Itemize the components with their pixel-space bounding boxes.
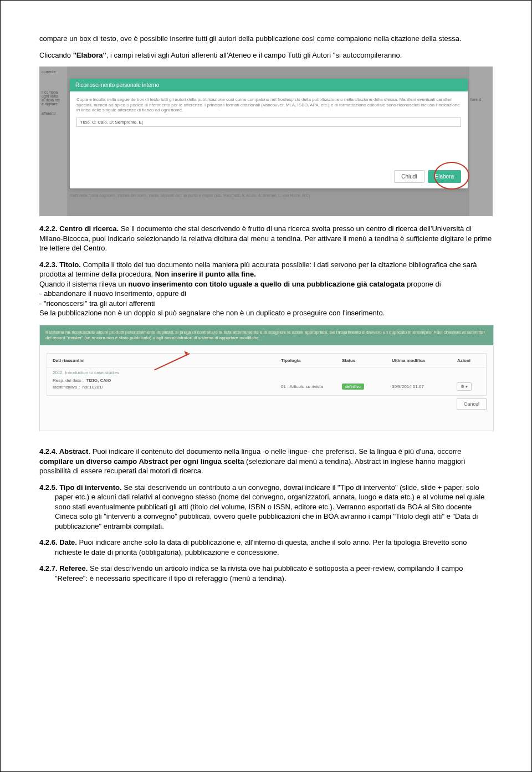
section-424: 4.2.4. Abstract. Puoi indicare il conten… bbox=[39, 447, 493, 476]
modal-title: Riconoscimento personale interno bbox=[70, 79, 468, 91]
highlight-circle bbox=[434, 162, 469, 190]
th-azioni: Azioni bbox=[442, 354, 486, 367]
screenshot-duplicates: Il sistema ha riconosciuto alcuni prodot… bbox=[39, 325, 494, 431]
text: , i campi relativi agli Autori afferenti… bbox=[106, 51, 402, 59]
record-title[interactable]: 2012. Introduction to case-studies bbox=[47, 368, 486, 377]
list-item-1: - abbandonare il nuovo inserimento, oppu… bbox=[39, 289, 493, 299]
bg-label: ogni volta bbox=[42, 94, 67, 98]
page: compare un box di testo, ove è possibile… bbox=[0, 0, 532, 772]
heading-422: 4.2.2. Centro di ricerca. bbox=[39, 224, 119, 233]
id-value: hdl:10281/ bbox=[82, 385, 103, 390]
section-423-p1: 4.2.3. Titolo. Compila il titolo del tuo… bbox=[39, 260, 493, 279]
th-status: Status bbox=[336, 354, 386, 367]
close-button[interactable]: Chiudi bbox=[394, 170, 424, 183]
cell-azioni: ⚙ ▾ bbox=[442, 378, 486, 395]
heading-423: 4.2.3. Titolo. bbox=[39, 260, 81, 269]
heading-427: 4.2.7. Referee. bbox=[39, 564, 88, 572]
heading-426: 4.2.6. Date. bbox=[39, 538, 77, 546]
resp-label: Resp. del dato : bbox=[53, 378, 84, 383]
gear-icon: ⚙ bbox=[461, 384, 464, 389]
heading-424: 4.2.4. Abstract bbox=[39, 447, 88, 456]
section-422: 4.2.2. Centro di ricerca. Se il document… bbox=[39, 224, 493, 253]
duplicates-table: Dati riassuntivi Tipologia Status Ultima… bbox=[47, 353, 487, 396]
cell-status: definitivo bbox=[336, 380, 386, 393]
text: propone di bbox=[405, 280, 441, 288]
text: Puoi indicare anche solo la data di pubb… bbox=[55, 538, 467, 556]
modal-instructions: Copia e incolla nella seguente box di te… bbox=[76, 97, 461, 113]
text: Se stai descrivendo un articolo indica s… bbox=[55, 564, 463, 582]
resp-value: TIZIO, CAIO bbox=[86, 378, 111, 383]
text-bold: compilare un diverso campo Abstract per … bbox=[39, 457, 244, 466]
authors-input[interactable]: Tizio, C; Caio, D; Sempronio, E| bbox=[76, 117, 461, 127]
status-badge: definitivo bbox=[342, 384, 364, 390]
warning-banner: Il sistema ha riconosciuto alcuni prodot… bbox=[40, 325, 493, 345]
th-tipologia: Tipologia bbox=[275, 354, 336, 367]
modal-dialog: Riconoscimento personale interno Copia e… bbox=[70, 79, 468, 188]
section-423-p2: Quando il sistema rileva un nuovo inseri… bbox=[39, 279, 493, 289]
bg-label: al della ins bbox=[42, 98, 67, 102]
bg-label: afferenti bbox=[42, 111, 67, 115]
paragraph-intro-2: Cliccando "Elabora", i campi relativi ag… bbox=[39, 50, 493, 60]
bg-label: e digitare l bbox=[42, 102, 67, 106]
section-426: 4.2.6. Date. Puoi indicare anche solo la… bbox=[55, 538, 493, 557]
list-item-2: - "riconoscersi" tra gli autori afferent… bbox=[39, 299, 493, 309]
text-bold: nuovo inserimento con titolo uguale a qu… bbox=[128, 280, 405, 288]
text: . Puoi indicare il contenuto del documen… bbox=[88, 447, 461, 456]
section-423-p3: Se la pubblicazione non è un doppio si p… bbox=[39, 308, 493, 318]
table-header: Dati riassuntivi Tipologia Status Ultima… bbox=[47, 354, 486, 368]
paragraph-intro-1: compare un box di testo, ove è possibile… bbox=[39, 34, 493, 44]
cancel-button[interactable]: Cancel bbox=[457, 398, 487, 410]
greyed-left: corrente li compila ogni volta al della … bbox=[39, 67, 67, 216]
text-bold: "Elabora" bbox=[73, 51, 106, 59]
chevron-down-icon: ▾ bbox=[466, 384, 468, 389]
table-row: Resp. del dato : TIZIO, CAIO Identificat… bbox=[47, 377, 486, 395]
text: Compila il titolo del tuo documento nell… bbox=[39, 260, 477, 279]
cancel-wrap: Cancel bbox=[40, 396, 493, 412]
action-dropdown[interactable]: ⚙ ▾ bbox=[457, 382, 472, 391]
screenshot-modal: corrente li compila ogni volta al della … bbox=[39, 67, 493, 216]
modal-footer-note: matti nella forma cognome, iniziale del … bbox=[70, 193, 468, 197]
greyed-right: ilare d bbox=[469, 67, 493, 216]
modal-body: Copia e incolla nella seguente box di te… bbox=[70, 91, 468, 132]
bg-label: ilare d bbox=[470, 98, 481, 101]
section-427: 4.2.7. Referee. Se stai descrivendo un a… bbox=[55, 564, 493, 583]
cell-ultima: 30/9/2014 01:07 bbox=[386, 380, 442, 393]
text-bold: Non inserire il punto alla fine. bbox=[155, 270, 256, 278]
text: Cliccando bbox=[39, 51, 73, 59]
id-label: Identificativo : bbox=[53, 385, 80, 390]
bg-label: li compila bbox=[42, 90, 67, 94]
bg-label: corrente bbox=[42, 70, 67, 74]
text: Quando il sistema rileva un bbox=[39, 280, 128, 288]
section-425: 4.2.5. Tipo di intervento. Se stai descr… bbox=[55, 483, 493, 531]
th-ultima: Ultima modifica bbox=[386, 354, 442, 367]
heading-425: 4.2.5. Tipo di intervento. bbox=[39, 483, 122, 492]
arrow-annotation bbox=[145, 342, 190, 364]
cell-tipologia: 01 - Articolo su rivista bbox=[275, 380, 336, 393]
